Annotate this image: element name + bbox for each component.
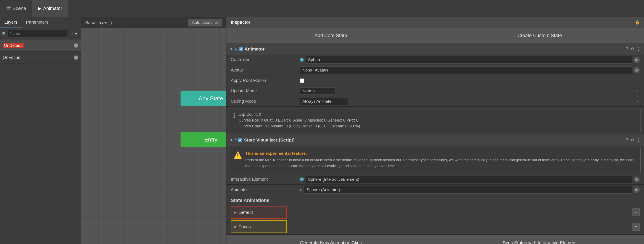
sv-animator-play-icon: ▶	[300, 188, 302, 191]
sv-section-title: State Visualizer (Script)	[244, 137, 294, 143]
layer-item-ondefault[interactable]: OnDefault	[0, 40, 81, 52]
search-bar: 🔍 + ▾	[0, 28, 81, 40]
node-entry[interactable]: Entry	[180, 132, 226, 147]
sv-section-header[interactable]: ▼ # State Visualizer (Script) ? ⚙ ⋮	[226, 134, 644, 146]
culling-mode-value: Always Animate Cull Update Transforms Cu…	[300, 98, 640, 105]
avatar-input[interactable]	[300, 67, 632, 74]
curves-pos: Curves Pos: 0 Quat: 0 Euler: 0 Scale: 0 …	[238, 117, 360, 123]
update-mode-label: Update Mode	[231, 88, 300, 93]
update-mode-select[interactable]: Normal Animate Physics Unscaled Time	[300, 87, 335, 95]
culling-mode-select[interactable]: Always Animate Cull Update Transforms Cu…	[300, 98, 348, 105]
culling-mode-label: Culling Mode	[231, 99, 300, 104]
tab-scene[interactable]: 🎬 Scene	[0, 0, 32, 17]
update-mode-arrow: ▾	[636, 89, 638, 93]
help-icon: ?	[626, 47, 628, 51]
action-buttons: Add Core State Create Custom State	[226, 28, 644, 43]
clip-info-box: ℹ Clip Count: 0 Curves Pos: 0 Quat: 0 Eu…	[230, 109, 640, 132]
layer-item-onfocus[interactable]: OnFocus	[0, 52, 81, 64]
avatar-select-btn[interactable]: ◉	[634, 67, 640, 73]
tab-parameters[interactable]: Parameters	[22, 17, 52, 28]
auto-live-link-button[interactable]: Auto Live Link	[188, 19, 222, 27]
avatar-value: ◉	[300, 67, 640, 74]
right-panel: Inspector 🔒 Add Core State Create Custom…	[226, 17, 644, 244]
warning-text: Parts of the MRTK appear to have a lot o…	[245, 157, 637, 169]
sv-enabled-checkbox[interactable]	[238, 138, 242, 142]
warning-box: ⚠️ This is an experimental feature. Part…	[230, 148, 640, 172]
more-icon: ⋮	[637, 47, 640, 51]
interactive-element-input[interactable]	[306, 176, 632, 183]
state-anim-focus-label: Focus	[238, 224, 251, 229]
apply-root-motion-label: Apply Root Motion	[231, 78, 300, 83]
layer-dot-ondefault	[74, 43, 78, 48]
sv-animator-select-btn[interactable]: ◉	[634, 187, 640, 193]
clip-count: Clip Count: 0	[238, 112, 360, 117]
update-mode-select-wrapper: Normal Animate Physics Unscaled Time ▾	[300, 87, 640, 95]
settings-icon: ⚙	[630, 47, 634, 51]
controller-select-btn[interactable]: ◉	[634, 57, 640, 63]
arrows-svg	[81, 17, 226, 244]
avatar-field: Avatar ◉	[226, 65, 644, 75]
warning-title: This is an experimental feature.	[245, 151, 637, 156]
apply-root-motion-value	[300, 78, 640, 83]
controller-value: ◉	[300, 56, 640, 64]
node-any-state[interactable]: Any State	[180, 91, 226, 106]
apply-root-motion-field: Apply Root Motion	[226, 75, 644, 86]
controller-label: Controller	[231, 57, 300, 62]
animator-canvas[interactable]: Base Layer ❯ Auto Live Link	[81, 17, 226, 244]
state-anim-item-default: ▶ Default −	[231, 206, 640, 219]
curves-count: Curves Count: 0 Constant: 0 (0.0%) Dense…	[238, 123, 360, 129]
animator-section: ▼ ▶ Animator ? ⚙ ⋮ Controller ◉	[226, 43, 644, 134]
ie-select-btn[interactable]: ◉	[634, 176, 640, 182]
warning-icon: ⚠️	[234, 151, 242, 169]
state-anim-default-box[interactable]: ▶ Default	[231, 206, 287, 219]
sync-states-button[interactable]: Sync States with Interactive Element	[435, 235, 644, 244]
sv-collapse-arrow: ▼	[230, 138, 233, 142]
tab-layers[interactable]: Layers	[0, 17, 22, 28]
animator-section-icons: ? ⚙ ⋮	[626, 47, 640, 51]
interactive-element-label: Interactive Element	[231, 177, 300, 182]
state-anim-focus-box[interactable]: ▶ Focus	[231, 220, 287, 233]
state-anim-item-focus: ▶ Focus −	[231, 220, 640, 233]
update-mode-value: Normal Animate Physics Unscaled Time ▾	[300, 87, 640, 95]
lock-icon: 🔒	[635, 20, 640, 25]
animator-section-header[interactable]: ▼ ▶ Animator ? ⚙ ⋮	[226, 43, 644, 55]
sv-hash-icon: #	[235, 138, 236, 142]
warning-content: This is an experimental feature. Parts o…	[245, 151, 637, 169]
breadcrumb-arrow: ❯	[110, 21, 112, 25]
sv-settings-icon: ⚙	[630, 138, 634, 142]
layer-name-onfocus: OnFocus	[2, 55, 20, 60]
sv-animator-input[interactable]	[304, 186, 632, 193]
left-tabs: Layers Parameters	[0, 17, 81, 28]
controller-input[interactable]	[306, 56, 632, 64]
state-anim-focus-minus[interactable]: −	[632, 223, 640, 230]
info-icon: ℹ	[233, 112, 236, 129]
layer-dot-onfocus	[74, 56, 78, 60]
add-layer-button[interactable]: + ▾	[69, 31, 79, 37]
breadcrumb: Base Layer	[85, 20, 107, 25]
sv-animator-field: Animator ▶ ◉	[226, 185, 644, 195]
update-mode-field: Update Mode Normal Animate Physics Unsca…	[226, 86, 644, 96]
tab-animator[interactable]: ▶ Animator	[32, 0, 68, 17]
animator-icon: ▶	[38, 6, 41, 11]
left-panel: Layers Parameters 🔍 + ▾ OnDefault OnFocu…	[0, 17, 81, 244]
animator-section-title: Animator	[244, 46, 264, 52]
bottom-buttons: Generate New Animation Clips Sync States…	[226, 235, 644, 244]
apply-root-motion-checkbox[interactable]	[300, 78, 304, 83]
clip-info-text: Clip Count: 0 Curves Pos: 0 Quat: 0 Eule…	[238, 112, 360, 129]
state-visualizer-section: ▼ # State Visualizer (Script) ? ⚙ ⋮ ⚠️ T…	[226, 134, 644, 235]
layer-list: OnDefault OnFocus	[0, 40, 81, 244]
avatar-label: Avatar	[231, 68, 300, 73]
generate-animation-clips-button[interactable]: Generate New Animation Clips	[226, 235, 435, 244]
search-icon: 🔍	[2, 32, 6, 36]
inspector-title: Inspector	[231, 20, 250, 25]
sv-more-icon: ⋮	[637, 138, 640, 142]
animator-enabled-checkbox[interactable]	[239, 47, 243, 51]
state-anim-default-minus[interactable]: −	[632, 208, 640, 216]
create-custom-state-button[interactable]: Create Custom State	[435, 28, 644, 43]
canvas-header: Base Layer ❯ Auto Live Link	[81, 17, 226, 28]
sv-help-icon: ?	[626, 138, 628, 142]
add-core-state-button[interactable]: Add Core State	[226, 28, 435, 43]
search-input[interactable]	[8, 30, 68, 38]
state-anim-default-arrow: ▶	[234, 211, 237, 214]
main-layout: Layers Parameters 🔍 + ▾ OnDefault OnFocu…	[0, 17, 644, 244]
